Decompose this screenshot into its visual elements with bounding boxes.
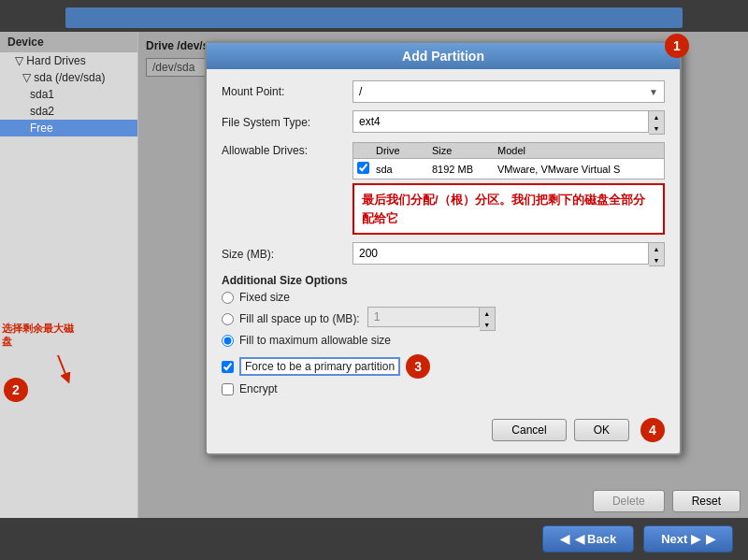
radio-fill-upto-label: Fill all space up to (MB): — [239, 312, 360, 325]
sidebar-item-sda[interactable]: ▽ sda (/dev/sda) — [0, 69, 137, 86]
radio-fill-upto[interactable] — [222, 313, 234, 325]
sidebar-item-sda1[interactable]: sda1 — [0, 86, 137, 103]
fill-upto-spin[interactable]: ▲ ▼ — [480, 307, 496, 331]
size-spin-down[interactable]: ▼ — [649, 254, 664, 266]
col-size: Size — [432, 145, 497, 156]
sidebar: Device ▽ Hard Drives ▽ sda (/dev/sda) sd… — [0, 32, 138, 518]
left-annotation-text: 选择剩余最大磁盘 — [2, 322, 77, 349]
top-bar — [65, 7, 683, 28]
drive-model: VMware, VMware Virtual S — [497, 164, 660, 175]
add-partition-dialog: Add Partition 1 Mount Point: / ▼ — [205, 41, 682, 455]
mount-point-select[interactable]: / ▼ — [352, 80, 665, 103]
sidebar-item-hard-drives[interactable]: ▽ Hard Drives — [0, 52, 137, 69]
filesystem-value: ext4 — [352, 110, 649, 133]
col-drive: Drive — [376, 145, 432, 156]
callout-1: 1 — [665, 34, 689, 58]
back-button[interactable]: ◀ ◀ Back — [542, 525, 635, 553]
bottom-bar: ◀ ◀ Back Next ▶ ▶ — [0, 518, 748, 560]
size-value[interactable]: 200 — [352, 242, 649, 265]
radio-fill-max[interactable] — [222, 335, 234, 347]
svg-line-0 — [58, 355, 67, 379]
force-primary-label: Force to be a primary partition — [239, 357, 400, 376]
drive-size: 8192 MB — [432, 164, 497, 175]
filesystem-spin[interactable]: ▲ ▼ — [649, 110, 665, 135]
drives-table: Drive Size Model sda 8192 MB VMware, VMw… — [352, 142, 665, 179]
radio-fixed-label: Fixed size — [239, 291, 290, 304]
ok-button[interactable]: OK — [574, 419, 629, 441]
content-area: Drive /dev/sda (8192 MB) (Model: VMware,… — [138, 32, 748, 518]
back-icon: ◀ — [560, 532, 569, 546]
size-spin[interactable]: ▲ ▼ — [649, 242, 665, 266]
next-icon: ▶ — [706, 532, 715, 546]
sidebar-item-free[interactable]: Free — [0, 120, 137, 136]
drive-name: sda — [376, 164, 432, 175]
fill-upto-input[interactable] — [367, 307, 480, 327]
fill-upto-spin-up[interactable]: ▲ — [480, 308, 495, 319]
filesystem-spin-up[interactable]: ▲ — [649, 111, 664, 122]
dialog-title: Add Partition — [207, 43, 680, 69]
next-button[interactable]: Next ▶ ▶ — [643, 525, 733, 553]
size-spin-up[interactable]: ▲ — [649, 243, 664, 254]
annotation-box: 最后我们分配/（根）分区。我们把剩下的磁盘全部分配给它 — [352, 183, 665, 235]
col-check — [357, 145, 376, 156]
radio-fixed-size[interactable] — [222, 292, 234, 304]
mount-point-label: Mount Point: — [222, 85, 352, 98]
table-row: sda 8192 MB VMware, VMware Virtual S — [353, 159, 664, 179]
encrypt-label: Encrypt — [239, 382, 278, 395]
modal-overlay: Add Partition 1 Mount Point: / ▼ — [138, 32, 748, 518]
callout-3: 3 — [406, 354, 430, 379]
reset-button[interactable]: Reset — [672, 490, 741, 512]
force-primary-checkbox[interactable] — [222, 361, 234, 373]
sidebar-item-sda2[interactable]: sda2 — [0, 103, 137, 120]
additional-size-options-title: Additional Size Options — [222, 274, 665, 287]
delete-button[interactable]: Delete — [593, 490, 665, 512]
arrow-icon — [2, 351, 77, 388]
col-model: Model — [497, 145, 660, 156]
callout-4: 4 — [640, 418, 665, 442]
fill-upto-spin-down[interactable]: ▼ — [480, 319, 495, 330]
sidebar-header: Device — [0, 32, 137, 52]
filesystem-label: File System Type: — [222, 116, 352, 129]
encrypt-checkbox[interactable] — [222, 383, 234, 395]
mount-point-arrow-icon: ▼ — [649, 87, 658, 97]
cancel-button[interactable]: Cancel — [492, 419, 566, 441]
size-mb-label: Size (MB): — [222, 248, 352, 261]
drive-checkbox[interactable] — [357, 162, 369, 174]
filesystem-spin-down[interactable]: ▼ — [649, 122, 664, 134]
mount-point-value: / — [359, 85, 362, 98]
radio-fill-max-label: Fill to maximum allowable size — [239, 334, 391, 347]
allowable-drives-label: Allowable Drives: — [222, 142, 352, 235]
